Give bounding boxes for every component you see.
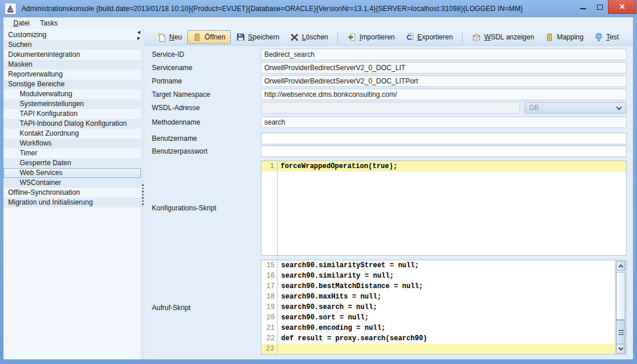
loeschen-button[interactable]: Löschen bbox=[285, 30, 333, 44]
code-line[interactable]: 21search90.encoding = null; bbox=[261, 323, 626, 333]
sidebar-item-web-services[interactable]: Web Services bbox=[3, 168, 141, 178]
code-line[interactable]: 22def result = proxy.search(search90) bbox=[261, 333, 626, 344]
mapping-button[interactable]: Mapping bbox=[540, 30, 589, 44]
wsdl-source-dropdown[interactable]: DB bbox=[525, 102, 627, 114]
code-text: search90.bestMatchDistance = null; bbox=[278, 281, 423, 292]
code-line[interactable]: 16search90.similarity = null; bbox=[261, 271, 626, 281]
konfigurations-skript-editor[interactable]: 1 forceWrappedOperation(true); bbox=[261, 161, 627, 256]
code-text: search90.sort = null; bbox=[278, 312, 369, 323]
speichern-button-label: Speichern bbox=[248, 33, 279, 41]
sidebar-splitter[interactable] bbox=[141, 29, 145, 359]
benutzerpasswort-field[interactable] bbox=[261, 145, 627, 157]
line-number: 17 bbox=[261, 281, 278, 292]
servicename-field[interactable] bbox=[261, 62, 627, 74]
scrollbar-down-button[interactable] bbox=[616, 344, 625, 354]
sailboat-app-icon bbox=[5, 3, 16, 14]
neu-button[interactable]: Neu bbox=[152, 30, 187, 44]
sidebar-item-customizing[interactable]: Customizing bbox=[3, 30, 141, 40]
code-line[interactable]: 18search90.maxHits = null; bbox=[261, 292, 626, 302]
open-folder-icon bbox=[192, 32, 202, 42]
target-namespace-label: Target Namespace bbox=[152, 90, 210, 99]
code-line[interactable]: 1 forceWrappedOperation(true); bbox=[261, 161, 626, 172]
sidebar-item-tapi-konfiguration[interactable]: TAPI Konfiguration bbox=[3, 109, 141, 119]
new-document-icon bbox=[157, 32, 166, 42]
code-text bbox=[277, 344, 281, 354]
exportieren-button[interactable]: Exportieren bbox=[400, 30, 458, 44]
menu-item-datei-label: Datei bbox=[13, 19, 30, 27]
sidebar-item-timer[interactable]: Timer bbox=[3, 148, 141, 158]
code-line[interactable]: 15search90.similarityStreet = null; bbox=[261, 260, 626, 271]
titlebar[interactable]: Administrationskonsole {build.date=2013/… bbox=[0, 0, 637, 17]
sidebar-item-workflows[interactable]: Workflows bbox=[3, 139, 141, 148]
line-number: 21 bbox=[261, 323, 278, 333]
scrollbar-up-button[interactable] bbox=[616, 261, 625, 271]
line-number: 19 bbox=[261, 302, 278, 312]
code-line[interactable]: 17search90.bestMatchDistance = null; bbox=[261, 281, 626, 292]
sidebar-item-masken[interactable]: Masken bbox=[3, 60, 141, 70]
close-button[interactable]: ✕ bbox=[608, 0, 636, 14]
line-number-gutter bbox=[261, 161, 278, 255]
importieren-button-label: Importieren bbox=[359, 33, 395, 41]
minimize-button[interactable] bbox=[574, 0, 591, 14]
line-number: 1 bbox=[261, 161, 278, 172]
sidebar-item-tapi-inbound-dialog-konfiguration[interactable]: TAPI-Inbound Dialog Konfiguration bbox=[3, 119, 141, 129]
portname-label: Portname bbox=[152, 77, 182, 85]
sidebar-item-wscontainer[interactable]: WSContainer bbox=[3, 178, 141, 188]
splitter-collapse-right-icon[interactable] bbox=[137, 37, 140, 40]
sidebar-item-dokumentenintegration[interactable]: Dokumentenintegration bbox=[3, 50, 141, 60]
aufruf-skript-editor[interactable]: 15search90.similarityStreet = null; 16se… bbox=[261, 260, 627, 355]
code-line[interactable]: 19search90.search = null; bbox=[261, 302, 626, 312]
sidebar-item-modulverwaltung[interactable]: Modulverwaltung bbox=[3, 89, 141, 99]
test-button[interactable]: Test bbox=[589, 30, 624, 44]
exportieren-button-label: Exportieren bbox=[417, 33, 453, 41]
sidebar-item-gesperrte-daten[interactable]: Gesperrte Daten bbox=[3, 158, 141, 168]
line-number: 23 bbox=[261, 344, 278, 354]
wsdl-anzeigen-button-label: WSDL anzeigen bbox=[484, 33, 534, 41]
sidebar-item-sonstige-bereiche[interactable]: Sonstige Bereiche bbox=[3, 79, 141, 89]
importieren-button[interactable]: Importieren bbox=[342, 30, 400, 44]
chevron-down-icon bbox=[616, 104, 622, 110]
sidebar-item-suchen[interactable]: Suchen bbox=[3, 40, 141, 50]
wsdl-adresse-field[interactable] bbox=[261, 102, 520, 114]
service-id-label: Service-ID bbox=[152, 50, 184, 59]
wsdl-anzeigen-button[interactable]: WSDL anzeigen bbox=[467, 30, 539, 44]
application-window: Administrationskonsole {build.date=2013/… bbox=[0, 0, 637, 364]
mapping-folder-icon bbox=[545, 32, 554, 42]
menu-item-tasks[interactable]: Tasks bbox=[35, 18, 63, 28]
toolbar: Neu Öffnen Speichern Löschen Import bbox=[145, 29, 633, 46]
line-number: 20 bbox=[261, 312, 278, 323]
code-text: forceWrappedOperation(true); bbox=[277, 161, 398, 172]
code-line[interactable]: 20search90.sort = null; bbox=[261, 312, 626, 323]
sidebar-item-migration-und-initialisierung[interactable]: Migration und Initialisierung bbox=[3, 198, 141, 208]
code-text: search90.encoding = null; bbox=[278, 323, 385, 333]
wsdl-source-value: DB bbox=[529, 104, 539, 112]
target-namespace-field[interactable] bbox=[261, 89, 627, 100]
sidebar-item-kontakt-zuordnung[interactable]: Kontakt Zuordnung bbox=[3, 129, 141, 139]
vertical-scrollbar[interactable] bbox=[615, 260, 626, 354]
maximize-button[interactable] bbox=[591, 0, 608, 14]
konfigurations-skript-label: Konfigurations-Skript bbox=[152, 204, 216, 212]
code-line[interactable]: 23 bbox=[261, 344, 626, 354]
speichern-button[interactable]: Speichern bbox=[231, 30, 285, 44]
splitter-grip[interactable] bbox=[142, 184, 144, 205]
sidebar-item-reportverwaltung[interactable]: Reportverwaltung bbox=[3, 70, 141, 79]
chevron-down-icon bbox=[618, 345, 623, 350]
methodenname-field[interactable] bbox=[261, 117, 627, 128]
code-text: def result = proxy.search(search90) bbox=[278, 333, 427, 344]
toolbar-separator bbox=[337, 32, 338, 42]
sidebar-item-systemeinstellungen[interactable]: Systemeinstellungen bbox=[3, 99, 141, 109]
navigation-sidebar: Customizing Suchen Dokumentenintegration… bbox=[3, 29, 141, 359]
benutzername-field[interactable] bbox=[261, 133, 627, 144]
scrollbar-grip[interactable] bbox=[616, 320, 625, 345]
menu-item-datei[interactable]: Datei bbox=[8, 18, 35, 28]
splitter-collapse-left-icon[interactable] bbox=[137, 31, 140, 34]
window-title: Administrationskonsole {build.date=2013/… bbox=[21, 5, 523, 13]
mapping-button-label: Mapping bbox=[557, 33, 584, 41]
service-id-field[interactable] bbox=[261, 49, 627, 60]
sidebar-item-offline-synchronisation[interactable]: Offline-Synchronisation bbox=[3, 188, 141, 198]
oeffnen-button[interactable]: Öffnen bbox=[187, 30, 231, 44]
scrollbar-thumb[interactable] bbox=[616, 272, 625, 320]
test-globe-icon bbox=[594, 32, 603, 42]
oeffnen-button-label: Öffnen bbox=[205, 33, 225, 41]
portname-field[interactable] bbox=[261, 75, 627, 87]
